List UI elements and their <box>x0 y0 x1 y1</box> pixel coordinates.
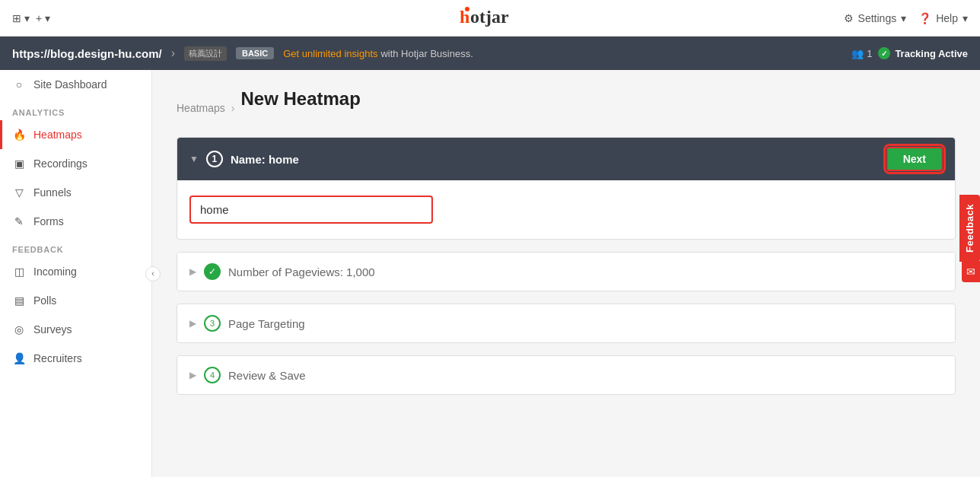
sidebar-item-recordings[interactable]: ▣ Recordings <box>0 149 151 178</box>
breadcrumb: Heatmaps › New Heatmap <box>177 88 956 128</box>
step-2-header: ▶ ✓ Number of Pageviews: 1,000 <box>177 253 955 291</box>
step-3-chevron[interactable]: ▶ <box>189 318 196 329</box>
breadcrumb-parent[interactable]: Heatmaps <box>177 102 225 114</box>
users-icon: 👥 <box>851 48 864 59</box>
sidebar-item-surveys[interactable]: ◎ Surveys <box>0 315 151 344</box>
help-icon: ❓ <box>918 12 931 24</box>
nav-right: ⚙ Settings ▾ ❓ Help ▾ <box>844 12 968 24</box>
polls-icon: ▤ <box>12 294 26 307</box>
site-bar: https://blog.design-hu.com/ › 稿薦設計 BASIC… <box>0 37 980 70</box>
users-count: 👥 1 <box>851 48 872 59</box>
funnels-icon: ▽ <box>12 186 26 199</box>
feedback-section-label: FEEDBACK <box>0 236 151 257</box>
add-dropdown-icon: ▾ <box>45 12 50 24</box>
sidebar-label-incoming: Incoming <box>33 266 77 278</box>
settings-dropdown-icon: ▾ <box>901 12 906 24</box>
help-button[interactable]: ❓ Help ▾ <box>918 12 968 24</box>
sidebar-label-surveys: Surveys <box>33 323 72 335</box>
tracking-indicator <box>878 47 890 59</box>
dashboard-icon: ○ <box>12 78 26 91</box>
feedback-icon[interactable]: ✉ <box>962 261 980 282</box>
sidebar-label-forms: Forms <box>33 215 64 227</box>
step-1-chevron[interactable]: ▼ <box>189 154 199 164</box>
sidebar-label-polls: Polls <box>33 294 56 307</box>
feedback-tab-container: Feedback ✉ <box>959 195 980 283</box>
incoming-icon: ◫ <box>12 265 26 278</box>
grid-icon: ⊞ <box>12 12 21 24</box>
sidebar-label-funnels: Funnels <box>33 186 72 199</box>
step-3-header: ▶ 3 Page Targeting <box>177 304 955 342</box>
feedback-envelope-icon: ✉ <box>966 266 975 278</box>
gear-icon: ⚙ <box>844 12 854 24</box>
sidebar-toggle[interactable]: ‹ <box>145 266 161 281</box>
feedback-tab-button[interactable]: Feedback <box>959 195 980 262</box>
plan-badge: BASIC <box>236 47 274 59</box>
forms-icon: ✎ <box>12 215 26 228</box>
heatmap-icon: 🔥 <box>12 128 26 142</box>
sidebar-item-polls[interactable]: ▤ Polls <box>0 286 151 315</box>
top-navigation: ⊞ ▾ + ▾ h otjar ⚙ Settings ▾ ❓ Help ▾ <box>0 0 980 37</box>
grid-menu-button[interactable]: ⊞ ▾ <box>12 12 30 24</box>
step-4-number: 4 <box>204 367 221 383</box>
logo: h otjar <box>460 5 520 31</box>
sidebar-item-funnels[interactable]: ▽ Funnels <box>0 178 151 207</box>
site-url: https://blog.design-hu.com/ <box>12 47 162 60</box>
step-4-header: ▶ 4 Review & Save <box>177 356 955 394</box>
sidebar-item-recruiters[interactable]: 👤 Recruiters <box>0 344 151 373</box>
step-3-panel: ▶ 3 Page Targeting <box>177 304 956 343</box>
sidebar-item-heatmaps[interactable]: 🔥 Heatmaps <box>0 120 151 149</box>
next-button[interactable]: Next <box>886 147 943 171</box>
svg-point-2 <box>465 7 469 11</box>
step-3-title: Page Targeting <box>228 317 305 330</box>
sidebar-item-site-dashboard[interactable]: ○ Site Dashboard <box>0 70 151 99</box>
site-bar-right: 👥 1 Tracking Active <box>851 47 968 59</box>
unlimited-link[interactable]: Get unlimited insights <box>283 48 377 59</box>
sidebar-label-heatmaps: Heatmaps <box>33 129 82 141</box>
page-title: New Heatmap <box>240 88 360 110</box>
upsell-text: Get unlimited insights with Hotjar Busin… <box>283 47 473 59</box>
site-tag: 稿薦設計 <box>184 46 227 61</box>
tracking-status: Tracking Active <box>878 47 968 59</box>
step-2-panel: ▶ ✓ Number of Pageviews: 1,000 <box>177 252 956 291</box>
help-dropdown-icon: ▾ <box>963 12 968 24</box>
main-content: Heatmaps › New Heatmap ▼ 1 Name: home Ne… <box>152 70 980 477</box>
recordings-icon: ▣ <box>12 157 26 170</box>
step-1-number: 1 <box>206 151 223 167</box>
grid-dropdown-icon: ▾ <box>24 12 30 24</box>
breadcrumb-separator: › <box>231 102 235 114</box>
tracking-label: Tracking Active <box>895 48 968 59</box>
step-1-panel: ▼ 1 Name: home Next <box>177 137 956 240</box>
surveys-icon: ◎ <box>12 323 26 336</box>
plus-icon: + <box>36 12 42 24</box>
settings-label: Settings <box>858 12 897 24</box>
step-1-header: ▼ 1 Name: home Next <box>177 138 955 180</box>
sidebar-item-forms[interactable]: ✎ Forms <box>0 207 151 236</box>
users-number: 1 <box>867 48 872 59</box>
site-arrow: › <box>171 46 175 60</box>
step-1-title: Name: home <box>231 153 299 166</box>
sidebar-label-recordings: Recordings <box>33 157 88 170</box>
step-4-panel: ▶ 4 Review & Save <box>177 355 956 395</box>
step-1-body <box>177 180 955 239</box>
sidebar-item-incoming[interactable]: ◫ Incoming <box>0 257 151 286</box>
add-button[interactable]: + ▾ <box>36 12 50 24</box>
analytics-section-label: ANALYTICS <box>0 99 151 120</box>
recruiters-icon: 👤 <box>12 351 26 365</box>
heatmap-name-input[interactable] <box>189 196 433 224</box>
sidebar-label-recruiters: Recruiters <box>33 352 82 364</box>
settings-button[interactable]: ⚙ Settings ▾ <box>844 12 907 24</box>
main-layout: ‹ ○ Site Dashboard ANALYTICS 🔥 Heatmaps … <box>0 70 980 477</box>
upsell-suffix: with Hotjar Business. <box>380 48 473 59</box>
step-3-number: 3 <box>204 315 221 332</box>
step-2-check-icon: ✓ <box>204 263 221 280</box>
hotjar-logo-svg: h otjar <box>460 5 520 29</box>
sidebar-label-site-dashboard: Site Dashboard <box>33 78 107 91</box>
step-4-title: Review & Save <box>228 369 306 382</box>
step-2-chevron[interactable]: ▶ <box>189 266 196 277</box>
step-4-chevron[interactable]: ▶ <box>189 370 196 380</box>
svg-text:otjar: otjar <box>470 7 509 27</box>
help-label: Help <box>936 12 958 24</box>
nav-left: ⊞ ▾ + ▾ <box>12 12 50 24</box>
step-2-title: Number of Pageviews: 1,000 <box>228 266 375 278</box>
sidebar: ‹ ○ Site Dashboard ANALYTICS 🔥 Heatmaps … <box>0 70 152 477</box>
